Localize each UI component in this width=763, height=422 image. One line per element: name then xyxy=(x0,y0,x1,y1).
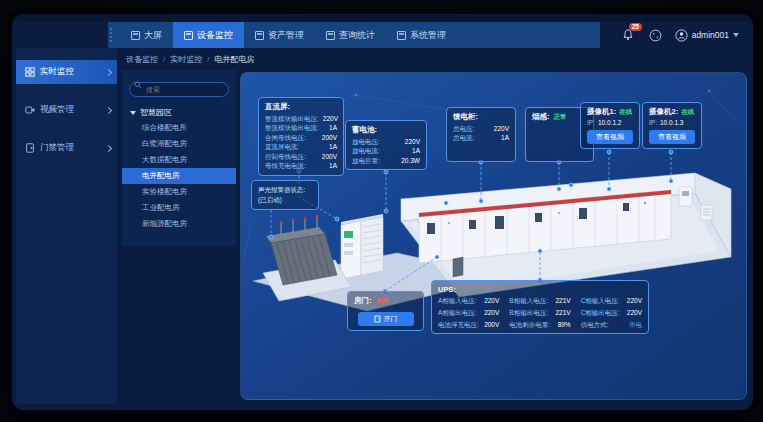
notification-bell-button[interactable]: 25 xyxy=(621,28,636,43)
metric-label: 放电电流: xyxy=(352,146,380,155)
panel-title: 馈电柜: xyxy=(453,112,509,122)
tree-root-label: 智慧园区 xyxy=(140,107,172,118)
tab-system-management[interactable]: 系统管理 xyxy=(386,22,457,48)
feeder-panel: 馈电柜: 总电压:220V 总电流:1A xyxy=(446,107,516,162)
metric-value: 220V xyxy=(484,308,499,318)
tab-query-statistics[interactable]: 查询统计 xyxy=(315,22,386,48)
metric-label: 供电方式: xyxy=(581,320,609,330)
breadcrumb-item-current: 电井配电房 xyxy=(214,54,254,65)
battery-panel: 蓄电池: 放电电压:220V 放电电流:1A 放电容量:20.3W xyxy=(345,120,427,170)
door-panel: 房门: 关闭 开门 xyxy=(347,291,424,331)
tab-asset-management[interactable]: 资产管理 xyxy=(244,22,315,48)
metric-value: 1A xyxy=(329,123,337,132)
tree-item[interactable]: 新能源配电房 xyxy=(122,216,236,232)
panel-title: 直流屏: xyxy=(265,102,337,112)
metric-value: 1A xyxy=(329,161,337,170)
metric-value: 220V xyxy=(323,114,338,123)
breadcrumb-separator: / xyxy=(207,55,209,64)
metric-label: C相输入电压: xyxy=(581,296,620,306)
door-icon xyxy=(374,315,381,323)
view-video-button[interactable]: 查看视频 xyxy=(587,130,633,144)
ups-grid: A相输入电压:220V B相输入电压:221V C相输入电压:220V A相输出… xyxy=(438,296,642,329)
metric-value: 200V xyxy=(322,152,337,161)
camera2-panel: 摄像机2: 在线 IP: 10.0.1.3 查看视频 xyxy=(642,102,702,149)
tree-root[interactable]: 智慧园区 xyxy=(122,105,236,120)
metric-label: B相输入电压: xyxy=(509,296,548,306)
tab-label: 资产管理 xyxy=(268,29,304,42)
metric-label: 整流模块输出电压: xyxy=(265,114,319,123)
sidebar-item-access-management[interactable]: 门禁管理 xyxy=(16,136,117,160)
tab-label: 查询统计 xyxy=(339,29,375,42)
search-icon xyxy=(134,81,142,89)
open-door-label: 开门 xyxy=(384,314,398,324)
sidebar-item-label: 视频管理 xyxy=(40,104,101,116)
tree-item[interactable]: 大数据配电房 xyxy=(122,152,236,168)
metric-value: 220V xyxy=(494,124,509,133)
metric-value: 20.3W xyxy=(401,156,420,165)
tree-item[interactable]: 综合楼配电所 xyxy=(122,120,236,136)
metric-label: 总电流: xyxy=(453,133,474,142)
metric-label: A相输出电压: xyxy=(438,308,477,318)
tree-item[interactable]: 白鹭湖配电房 xyxy=(122,136,236,152)
room-visualization-panel: 直流屏: 整流模块输出电压:220V 整流模块输出电流:1A 合闸母线电压:20… xyxy=(240,72,747,400)
window-top-strip xyxy=(12,14,753,22)
sidebar-item-realtime-monitor[interactable]: 实时监控 xyxy=(16,60,117,84)
metric-value: 220V xyxy=(484,296,499,306)
metric-value: 220V xyxy=(627,296,642,306)
breadcrumb-item[interactable]: 设备监控 xyxy=(126,54,158,65)
nav-divider xyxy=(110,28,114,42)
gear-icon xyxy=(397,31,406,40)
metric-value: 89% xyxy=(558,320,571,330)
tree-item-selected[interactable]: 电井配电房 xyxy=(122,168,236,184)
metric-label: 电池浮充电压: xyxy=(438,320,479,330)
stats-icon xyxy=(326,31,335,40)
ip-label: IP: xyxy=(587,118,595,127)
metric-label: 合闸母线电压: xyxy=(265,133,306,142)
tree-item[interactable]: 工业配电房 xyxy=(122,200,236,216)
app-window: 大屏 设备监控 资产管理 查询统计 系统管理 xyxy=(10,12,755,412)
tab-device-monitor[interactable]: 设备监控 xyxy=(173,22,244,48)
tree-collapse-icon xyxy=(130,111,136,115)
search-input[interactable] xyxy=(129,82,229,97)
breadcrumb: 设备监控 / 实时监控 / 电井配电房 xyxy=(126,54,254,65)
tab-label: 系统管理 xyxy=(410,29,446,42)
camera1-panel: 摄像机1: 在线 IP: 10.0.1.2 查看视频 xyxy=(580,102,640,149)
ip-label: IP: xyxy=(649,118,657,127)
panel-title: 烟感: xyxy=(532,112,550,123)
panel-title: 房门: xyxy=(354,296,372,307)
username: admin001 xyxy=(692,30,729,40)
sidebar-item-video-management[interactable]: 视频管理 xyxy=(16,98,117,122)
notification-badge: 25 xyxy=(629,23,642,31)
fullscreen-button[interactable] xyxy=(648,28,663,43)
open-door-button[interactable]: 开门 xyxy=(358,312,414,326)
battery-cabinets xyxy=(341,214,383,279)
metric-value: 1A xyxy=(501,133,509,142)
panel-title: 摄像机1: xyxy=(587,107,616,118)
transformer xyxy=(263,214,351,301)
view-video-button[interactable]: 查看视频 xyxy=(649,130,695,144)
video-icon xyxy=(25,105,35,115)
panel-title: 摄像机2: xyxy=(649,107,678,118)
metric-label: 母线充电电流: xyxy=(265,161,306,170)
metric-value: 1A xyxy=(412,146,420,155)
ups-panel: UPS: A相输入电压:220V B相输入电压:221V C相输入电压:220V… xyxy=(431,280,649,334)
sidebar: 实时监控 视频管理 门禁管理 xyxy=(16,48,117,404)
metric-label: 直流屏电流: xyxy=(265,142,299,151)
camera1-status: 在线 xyxy=(619,107,632,118)
metric-label: 电池剩余电量: xyxy=(509,320,550,330)
metric-label: 放电电压: xyxy=(352,137,380,146)
chevron-right-icon xyxy=(105,68,112,75)
tree-item[interactable]: 实验楼配电房 xyxy=(122,184,236,200)
metric-label: A相输入电压: xyxy=(438,296,477,306)
sidebar-item-label: 实时监控 xyxy=(40,66,101,78)
ip-value: 10.0.1.3 xyxy=(660,118,684,127)
camera2-status: 在线 xyxy=(681,107,694,118)
metric-label: 总电压: xyxy=(453,124,474,133)
metric-value: 221V xyxy=(555,308,570,318)
metric-label: 整流模块输出电流: xyxy=(265,123,319,132)
tab-dashboard[interactable]: 大屏 xyxy=(120,22,173,48)
breadcrumb-item[interactable]: 实时监控 xyxy=(170,54,202,65)
metric-label: 控制母线电压: xyxy=(265,152,306,161)
panel-title: 蓄电池: xyxy=(352,125,420,135)
user-menu[interactable]: admin001 xyxy=(675,29,739,42)
